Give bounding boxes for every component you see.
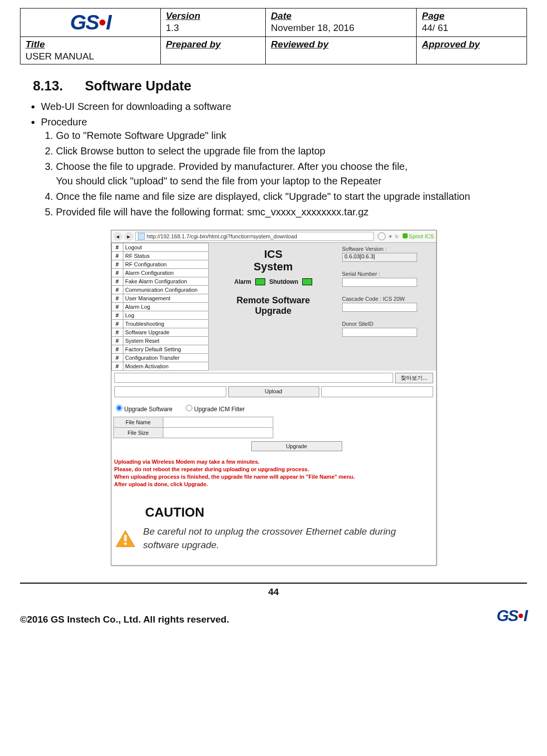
bullet-web-ui: Web-UI Screen for downloading a software [41, 101, 527, 112]
footer-page-number: 44 [20, 587, 527, 598]
radio-upgrade-software-input[interactable] [116, 405, 122, 411]
sidebar-item-label: RF Configuration [123, 260, 208, 269]
file-name-label: File Name [113, 417, 163, 428]
sidebar-item[interactable]: #User Management [111, 294, 208, 303]
sidebar-bullet-icon: # [111, 277, 123, 286]
step-3-line-2: You should click "upload" to send the fi… [56, 175, 527, 187]
caution-box: CAUTION Be careful not to unplug the cro… [111, 497, 436, 565]
sidebar-item[interactable]: #Software Upgrade [111, 328, 208, 337]
upload-button[interactable]: Upload [228, 386, 319, 397]
sidebar-bullet-icon: # [111, 337, 123, 345]
cascade-label: Cascade Code : ICS 20W [342, 296, 432, 302]
step-4: Once the file name and file size are dis… [56, 191, 527, 202]
sidebar-item[interactable]: #System Reset [111, 337, 208, 345]
sidebar-item-label: User Management [123, 294, 208, 303]
sidebar-item[interactable]: #RF Status [111, 252, 208, 260]
logo-text-gs: GS [70, 10, 98, 34]
file-size-value [163, 428, 273, 438]
file-path-input[interactable] [114, 373, 394, 383]
sidebar-bullet-icon: # [111, 252, 123, 260]
sidebar-bullet-icon: # [111, 303, 123, 311]
sidebar-item-label: System Reset [123, 337, 208, 345]
footer-logo-gs: GS [497, 607, 518, 625]
nav-fwd-icon[interactable]: ► [124, 232, 133, 241]
logo: GSI [70, 10, 110, 34]
svg-rect-1 [124, 535, 126, 541]
warning-triangle-icon [115, 528, 135, 549]
url-input[interactable]: http://192.168.1.7/cgi-bin/html.cgi?func… [135, 232, 374, 241]
sidebar-bullet-icon: # [111, 294, 123, 303]
nav-back-icon[interactable]: ◄ [113, 232, 122, 241]
sidebar-item-label: Troubleshooting [123, 320, 208, 328]
cascade-value[interactable] [342, 303, 417, 312]
upgrade-button[interactable]: Upgrade [251, 441, 342, 451]
step-3: Choose the file to upgrade. Provided by … [56, 161, 527, 187]
sidebar-item[interactable]: #Log [111, 311, 208, 320]
center-title-line2: Upgrade [213, 306, 334, 317]
section-number: 8.13. [33, 78, 63, 93]
caution-heading: CAUTION [145, 505, 432, 520]
sidebar-item[interactable]: #Modem Activation [111, 362, 208, 371]
sidebar-item[interactable]: #Alarm Configuration [111, 269, 208, 277]
sw-version-label: Software Version : [342, 246, 432, 252]
sidebar-item-label: Alarm Configuration [123, 269, 208, 277]
sidebar-item-label: Logout [123, 243, 208, 252]
sprint-badge: Sprint ICS [403, 233, 434, 239]
warning-line-4: After upload is done, click Upgrade. [114, 481, 433, 488]
file-name-value [163, 417, 273, 428]
section-title: Software Update [85, 78, 191, 93]
footer-logo-i: I [524, 607, 527, 625]
step-2: Click Browse button to select the upgrad… [56, 145, 527, 157]
donor-value[interactable] [342, 328, 417, 337]
sidebar-item[interactable]: #Configuration Transfer [111, 354, 208, 362]
donor-label: Donor SiteID [342, 321, 432, 327]
footer-logo: GSI [497, 607, 527, 625]
date-value: November 18, 2016 [271, 21, 411, 33]
sidebar-item[interactable]: #Troubleshooting [111, 320, 208, 328]
sidebar-bullet-icon: # [111, 311, 123, 320]
step-5: Provided file will have the following fo… [56, 206, 527, 218]
browse-button[interactable]: 찾아보기... [395, 373, 433, 383]
step-1: Go to "Remote Software Upgrade" link [56, 130, 527, 141]
sidebar-bullet-icon: # [111, 320, 123, 328]
alarm-led-icon [255, 278, 265, 285]
version-label: Version [166, 10, 260, 21]
sidebar-bullet-icon: # [111, 345, 123, 354]
upload-path-display-2 [321, 386, 433, 397]
sidebar-item[interactable]: #Factory Default Setting [111, 345, 208, 354]
doc-header-table: GSI Version 1.3 Date November 18, 2016 P… [20, 8, 527, 64]
warning-line-3: When uploading process is finished, the … [114, 473, 433, 481]
sidebar-bullet-icon: # [111, 269, 123, 277]
shutdown-led-icon [302, 278, 312, 285]
prepared-label: Prepared by [166, 39, 260, 50]
bullet-procedure-label: Procedure [41, 116, 87, 127]
upload-warning: Uploading via Wireless Modem may take a … [111, 455, 436, 493]
sidebar-item[interactable]: #RF Configuration [111, 260, 208, 269]
radio-upgrade-icm[interactable]: Upgrade ICM Filter [183, 406, 245, 413]
sidebar-item-label: RF Status [123, 252, 208, 260]
approved-label: Approved by [422, 39, 522, 50]
sidebar-item-label: Alarm Log [123, 303, 208, 311]
sprint-icon [403, 233, 408, 238]
sidebar-bullet-icon: # [111, 286, 123, 294]
sidebar-item-label: Communication Configuration [123, 286, 208, 294]
dropdown-icon[interactable]: ▼ [388, 234, 393, 239]
logo-dot-icon [99, 19, 105, 25]
caution-text: Be careful not to unplug the crossover E… [143, 525, 432, 552]
sidebar: #Logout#RF Status#RF Configuration#Alarm… [111, 243, 209, 371]
sidebar-item[interactable]: #Communication Configuration [111, 286, 208, 294]
sidebar-item[interactable]: #Alarm Log [111, 303, 208, 311]
search-icon[interactable] [378, 232, 386, 240]
logo-text-i: I [106, 10, 111, 34]
serial-value[interactable] [342, 278, 417, 287]
radio-upgrade-software[interactable]: Upgrade Software [113, 406, 173, 413]
sidebar-item[interactable]: #Logout [111, 243, 208, 252]
refresh-icon[interactable]: ↻ [395, 234, 399, 239]
page-label: Page [422, 10, 522, 21]
sidebar-item[interactable]: #Fake Alarm Configuration [111, 277, 208, 286]
sidebar-bullet-icon: # [111, 362, 123, 371]
alarm-label: Alarm [234, 278, 251, 285]
page-value: 44/ 61 [422, 21, 522, 33]
sidebar-item-label: Modem Activation [123, 362, 208, 371]
radio-upgrade-icm-input[interactable] [186, 405, 192, 411]
